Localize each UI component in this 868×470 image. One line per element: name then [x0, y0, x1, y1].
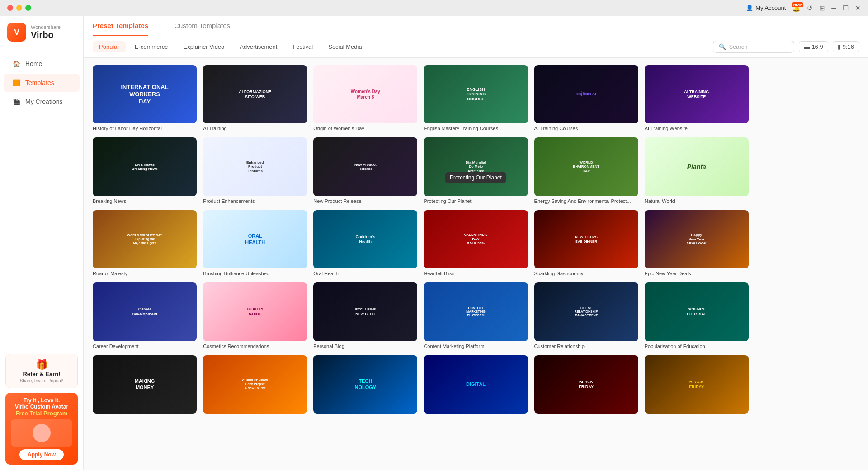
template-card-13[interactable]: WORLD WILDLIFE DAYExploring theMajestic …: [93, 210, 197, 276]
template-text-2: AI FORMAZIONESITO WEB: [235, 86, 275, 103]
window-maximize-icon[interactable]: ☐: [843, 4, 849, 12]
template-card-12[interactable]: Pianta Natural World: [645, 137, 749, 203]
grid-icon[interactable]: ⊞: [819, 4, 825, 12]
sidebar-item-my-creations[interactable]: 🎬 My Creations: [4, 93, 80, 111]
filter-festival[interactable]: Festival: [286, 41, 319, 52]
template-text-29: BLACKFRIDAY: [575, 376, 597, 393]
template-card-24[interactable]: SCIENCETUTORIAL Popularisation of Educat…: [645, 282, 749, 348]
template-text-21: EXCLUSIVENEW BLOG: [352, 304, 379, 320]
template-name-20: Cosmetics Recommendations: [203, 343, 307, 349]
template-card-3[interactable]: Women's DayMarch 8 Origin of Women's Day: [313, 65, 417, 131]
filter-bar: Popular E-commerce Explainer Video Adver…: [84, 36, 868, 58]
template-name-18: Epic New Year Deals: [645, 271, 749, 276]
template-text-18: HappyNew YearNEW LOOK: [683, 229, 710, 249]
template-thumb-4: ENGLISHTRAININGCOURSE: [424, 65, 528, 123]
template-card-19[interactable]: CareerDevelopment Career Development: [93, 282, 197, 348]
template-thumb-16: VALENTINE'SDAYSALE 52%: [424, 210, 528, 268]
template-card-1[interactable]: INTERNATIONALWORKERSDAY History of Labor…: [93, 65, 197, 131]
template-name-3: Origin of Women's Day: [313, 126, 417, 131]
sidebar-item-home[interactable]: 🏠 Home: [4, 55, 80, 73]
window-close-icon[interactable]: ✕: [855, 4, 861, 12]
trial-card: Try it , Love it. Virbo Custom Avatar Fr…: [5, 393, 78, 465]
main-content: Preset Templates Custom Templates Popula…: [84, 16, 868, 470]
trial-try: Try it , Love it.: [11, 397, 72, 404]
template-thumb-29: BLACKFRIDAY: [534, 355, 638, 414]
template-name-11: Energy Saving And Environmental Protect.…: [534, 198, 638, 204]
home-icon: 🏠: [12, 59, 21, 68]
template-card-18[interactable]: HappyNew YearNEW LOOK Epic New Year Deal…: [645, 210, 749, 276]
template-card-8[interactable]: EnhancedProductFeatures Product Enhancem…: [203, 137, 307, 203]
template-thumb-24: SCIENCETUTORIAL: [645, 282, 749, 341]
template-card-30[interactable]: BLACKFRIDAY placeholder: [645, 355, 749, 421]
template-card-4[interactable]: ENGLISHTRAININGCOURSE English Mastery Tr…: [424, 65, 528, 131]
template-thumb-26: CURRENT NEWSEden ProjectA New Tourist: [203, 355, 307, 414]
template-card-26[interactable]: CURRENT NEWSEden ProjectA New Tourist pl…: [203, 355, 307, 421]
template-card-21[interactable]: EXCLUSIVENEW BLOG Personal Blog: [313, 282, 417, 348]
template-card-14[interactable]: ORALHEALTH Brushing Brilliance Unleashed: [203, 210, 307, 276]
creations-icon: 🎬: [12, 97, 21, 106]
template-card-9[interactable]: New ProductRelease New Product Release: [313, 137, 417, 203]
template-text-28: DIGITAL: [462, 378, 489, 391]
window-controls[interactable]: [7, 5, 31, 11]
template-card-17[interactable]: NEW YEAR'SEVE DINNER Sparkling Gastronom…: [534, 210, 638, 276]
template-card-20[interactable]: BEAUTYGUIDE Cosmetics Recommendations: [203, 282, 307, 348]
template-text-9: New ProductRelease: [351, 159, 380, 175]
ratio-9-16-button[interactable]: ▮ 9:16: [833, 41, 859, 52]
template-thumb-12: Pianta: [645, 137, 749, 196]
window-minimize-icon[interactable]: ─: [831, 4, 836, 12]
template-card-6[interactable]: AI TRAININGWEBSITE AI Training Website: [645, 65, 749, 131]
template-text-23: CLIENTRELATIONSHIPMANAGEMENT: [571, 303, 602, 321]
maximize-button[interactable]: [25, 5, 31, 11]
search-placeholder: Search: [729, 43, 747, 50]
template-card-29[interactable]: BLACKFRIDAY placeholder: [534, 355, 638, 421]
template-card-23[interactable]: CLIENTRELATIONSHIPMANAGEMENT Customer Re…: [534, 282, 638, 348]
close-button[interactable]: [7, 5, 13, 11]
filter-ecommerce[interactable]: E-commerce: [128, 41, 175, 52]
template-card-22[interactable]: CONTENTMARKETINGPLATFORM Content Marketi…: [424, 282, 528, 348]
template-name-24: Popularisation of Education: [645, 343, 749, 349]
template-thumb-3: Women's DayMarch 8: [313, 65, 417, 123]
template-thumb-6: AI TRAININGWEBSITE: [645, 65, 749, 123]
template-card-25[interactable]: MAKINGMONEY placeholder: [93, 355, 197, 421]
avatar-circle: [33, 424, 51, 442]
my-account-button[interactable]: 👤 My Account: [746, 5, 786, 11]
template-text-16: VALENTINE'SDAYSALE 52%: [461, 229, 491, 249]
ratio-16-9-icon: ▬: [804, 43, 810, 50]
template-card-27[interactable]: TECHNOLOGY placeholder: [313, 355, 417, 421]
user-icon: 👤: [746, 5, 753, 11]
template-text-13: WORLD WILDLIFE DAYExploring theMajestic …: [123, 230, 166, 249]
template-text-1: INTERNATIONALWORKERSDAY: [117, 80, 172, 108]
tab-custom-templates[interactable]: Custom Templates: [174, 16, 230, 36]
template-card-15[interactable]: Children'sHealth Oral Health: [313, 210, 417, 276]
template-card-28[interactable]: DIGITAL placeholder: [424, 355, 528, 421]
refer-card: 🎁 Refer & Earn! Share, Invite, Repeat!: [5, 354, 78, 388]
template-name-15: Oral Health: [313, 271, 417, 276]
template-card-5[interactable]: आई शिक्षण AI AI Training Courses: [534, 65, 638, 131]
template-name-19: Career Development: [93, 343, 197, 349]
window-titlebar: 👤 My Account 🔔 NEW ↺ ⊞ ─ ☐ ✕: [0, 0, 868, 16]
refresh-icon[interactable]: ↺: [807, 4, 813, 12]
tab-preset-templates[interactable]: Preset Templates: [93, 16, 148, 36]
filter-explainer[interactable]: Explainer Video: [177, 41, 231, 52]
grid-spacer-4: [755, 282, 859, 348]
apply-now-button[interactable]: Apply Now: [19, 449, 64, 460]
template-name-5: AI Training Courses: [534, 126, 638, 131]
template-card-16[interactable]: VALENTINE'SDAYSALE 52% Heartfelt Bliss: [424, 210, 528, 276]
template-text-30: BLACKFRIDAY: [685, 376, 708, 393]
search-box[interactable]: 🔍 Search: [713, 41, 794, 53]
filter-social[interactable]: Social Media: [322, 41, 368, 52]
template-text-24: SCIENCETUTORIAL: [683, 303, 710, 320]
template-thumb-20: BEAUTYGUIDE: [203, 282, 307, 341]
gift-icon: 🎁: [11, 359, 72, 371]
trial-free: Free Trial Program: [11, 410, 72, 417]
minimize-button[interactable]: [16, 5, 22, 11]
filter-popular[interactable]: Popular: [93, 41, 126, 52]
template-card-7[interactable]: LIVE NEWSBreaking News Breaking News: [93, 137, 197, 203]
ratio-16-9-button[interactable]: ▬ 16:9: [799, 41, 828, 52]
template-card-2[interactable]: AI FORMAZIONESITO WEB AI Training: [203, 65, 307, 131]
sidebar-item-templates[interactable]: 🟧 Templates: [4, 74, 80, 92]
filter-advertisement[interactable]: Advertisement: [233, 41, 283, 52]
template-card-11[interactable]: WORLDENVIRONMENTDAY Energy Saving And En…: [534, 137, 638, 203]
template-card-10[interactable]: Dia MundialDo MeioAmbiente Protecting Ou…: [424, 137, 528, 203]
sidebar-bottom: 🎁 Refer & Earn! Share, Invite, Repeat! T…: [0, 348, 83, 470]
